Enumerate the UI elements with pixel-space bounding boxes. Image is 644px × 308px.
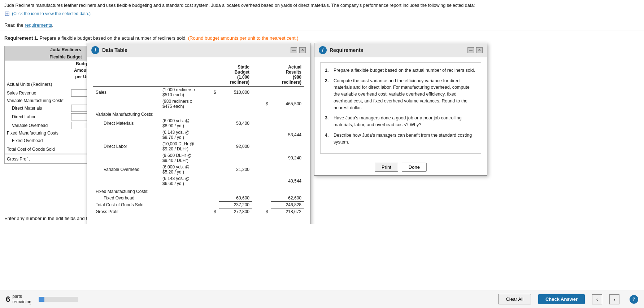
req-modal-header: i Requirements — ✕ <box>314 43 487 57</box>
click-icon-text: (Click the icon to view the selected dat… <box>12 10 91 17</box>
read-requirements: Read the requirements. <box>0 21 644 31</box>
table-row: Variable Manufacturing Costs: <box>93 110 304 118</box>
table-row: Fixed Overhead 60,600 62,600 <box>93 195 304 202</box>
table-row: Variable Overhead (6,000 yds. @ $5.20 / … <box>93 164 304 175</box>
req-print-button[interactable]: Print <box>375 163 398 172</box>
col-static-budget: Static Budget(1,000 recliners) <box>219 63 253 87</box>
modal-header: i Data Table — ✕ <box>87 43 310 57</box>
table-row: Total Cost of Goods Sold 237,200 246,828 <box>93 201 304 208</box>
requirements-link[interactable]: requirements <box>25 22 52 28</box>
list-item: 2. Compute the cost variance and the eff… <box>325 78 477 111</box>
table-row: Fixed Manufacturing Costs: <box>93 187 304 195</box>
req-info-icon: i <box>319 46 327 54</box>
req-modal-title: Requirements <box>330 47 363 53</box>
modal-title: Data Table <box>102 47 127 53</box>
col-actual-results: Actual Results(980 recliners) <box>271 63 304 87</box>
description-text: Juda Recliners manufactures leather recl… <box>4 3 475 8</box>
list-item: 3. Have Juda's managers done a good job … <box>325 115 477 128</box>
data-table-modal: i Data Table — ✕ Static Budget(1,000 <box>87 43 310 224</box>
table-row: Gross Profit $ 272,800 $ 218,672 <box>93 208 304 215</box>
table-row: Sales (1,000 recliners x $510 each) $ 51… <box>93 86 304 98</box>
req-close-button[interactable]: ✕ <box>476 47 483 53</box>
list-item: 4. Describe how Juda's managers can bene… <box>325 132 477 146</box>
requirements-modal: i Requirements — ✕ 1. Prepare a flexible… <box>314 43 487 176</box>
minimize-button[interactable]: — <box>291 47 297 53</box>
requirement-label: Requirement 1. Prepare a flexible budget… <box>0 33 644 43</box>
table-row: (6,143 yds. @ $6.60 / yd.) 40,544 <box>93 175 304 187</box>
table-row: (980 recliners x $475 each) $ 465,500 <box>93 98 304 110</box>
close-button[interactable]: ✕ <box>299 47 306 53</box>
table-row: (6,143 yds. @ $8.70 / yd.) 53,444 <box>93 129 304 141</box>
req-minimize-button[interactable]: — <box>467 47 474 53</box>
table-row: Direct Materials (6,000 yds. @ $8.90 / y… <box>93 118 304 129</box>
list-item: 1. Prepare a flexible budget based on th… <box>325 67 477 74</box>
table-row: (9,600 DLHr @ $9.40 / DLHr) 90,240 <box>93 152 304 164</box>
data-table: Static Budget(1,000 recliners) Actual Re… <box>93 63 304 216</box>
info-icon: i <box>91 46 99 54</box>
grid-icon[interactable]: ⊞ <box>4 9 10 19</box>
table-row: Direct Labor (10,000 DLHr @ $9.20 / DLHr… <box>93 141 304 152</box>
req-done-button[interactable]: Done <box>402 163 427 172</box>
